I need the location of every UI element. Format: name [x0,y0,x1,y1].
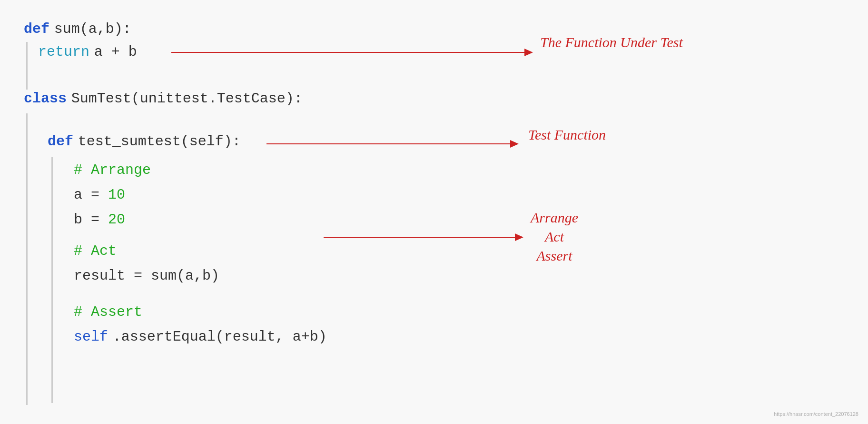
act-label: Act [531,229,578,245]
arrow-test-function [266,140,519,148]
test-function-label: Test Function [528,127,606,142]
arrange-label: Arrange [531,210,578,226]
assert-equal: .assertEqual(result, a+b) [113,329,327,345]
vline-top [26,42,28,90]
class-name: SumTest(unittest.TestCase): [71,91,303,107]
arrow-aaa [324,233,523,241]
return-keyword: return [38,44,89,60]
def-sum-line: def sum(a,b): [24,21,131,37]
comment-assert: # Assert [74,304,142,320]
def-keyword: def [24,21,49,37]
return-line: return a + b [38,44,137,60]
function-under-test-label: The Function Under Test [540,34,683,50]
vline-class-outer [26,113,28,405]
return-value: a + b [94,44,137,60]
a-assign-line: a = 10 [74,187,125,203]
arrow-line-3 [324,237,515,238]
annotation-aaa: Arrange Act Assert [531,210,578,264]
b-assign-line: b = 20 [74,212,125,228]
vline-def-inner [51,157,53,403]
comment-assert-line: # Assert [74,304,142,320]
arrow-head-3 [515,233,523,241]
comment-arrange-line: # Arrange [74,162,151,178]
class-keyword: class [24,91,67,107]
a-assign: a = [74,187,108,203]
self-keyword: self [74,329,108,345]
watermark: https://hnasr.com/content_22076128 [774,410,858,418]
comment-arrange: # Arrange [74,162,151,178]
sum-function-name: sum(a,b): [54,21,131,37]
comment-act: # Act [74,243,117,259]
annotation-test-function: Test Function [528,127,606,143]
arrow-line-1 [171,52,524,53]
b-value: 20 [108,212,125,228]
comment-act-line: # Act [74,243,117,259]
result-line: result = sum(a,b) [74,268,219,284]
b-assign: b = [74,212,108,228]
a-value: 10 [108,187,125,203]
result-code: result = sum(a,b) [74,268,219,284]
arrow-head-1 [524,49,533,56]
test-function-name: test_sumtest(self): [78,133,241,150]
watermark-text: https://hnasr.com/content_22076128 [774,411,858,417]
def-keyword-2: def [48,133,73,150]
class-line: class SumTest(unittest.TestCase): [24,91,303,107]
arrow-head-2 [510,140,519,148]
arrow-function-under-test [171,49,533,56]
main-container: def sum(a,b): return a + b The Function … [0,0,868,424]
def-test-line: def test_sumtest(self): [48,133,241,150]
assert-label: Assert [531,248,578,264]
annotation-function-under-test: The Function Under Test [540,34,683,50]
assert-line: self .assertEqual(result, a+b) [74,329,327,345]
arrow-line-2 [266,143,510,145]
